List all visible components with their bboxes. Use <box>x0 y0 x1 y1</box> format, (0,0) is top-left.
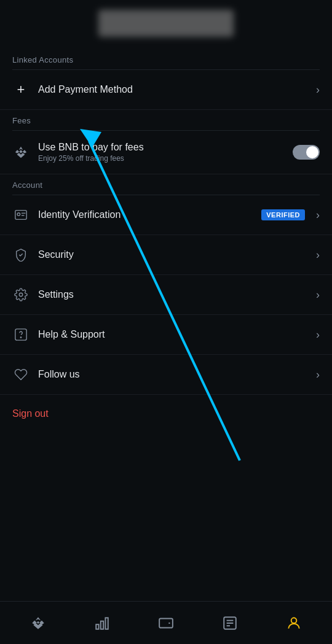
toggle-knob <box>306 146 318 158</box>
bnb-fees-title: Use BNB to pay for fees <box>38 142 293 153</box>
help-icon <box>12 326 30 343</box>
security-text: Security <box>38 249 311 260</box>
nav-wallet[interactable] <box>148 610 184 636</box>
add-payment-method-item[interactable]: + Add Payment Method › <box>0 70 332 110</box>
follow-us-item[interactable]: Follow us › <box>0 355 332 395</box>
security-icon <box>12 246 30 263</box>
svg-marker-15 <box>33 623 42 629</box>
nav-markets[interactable] <box>84 610 120 636</box>
follow-title: Follow us <box>38 369 80 379</box>
nav-home[interactable] <box>20 610 56 636</box>
svg-point-9 <box>19 293 23 297</box>
fees-label: Fees <box>0 110 332 130</box>
svg-marker-3 <box>17 153 25 158</box>
security-chevron: › <box>316 249 320 262</box>
markets-nav-icon <box>94 615 110 631</box>
wallet-nav-icon <box>158 615 174 631</box>
svg-marker-1 <box>15 150 19 153</box>
bnb-icon <box>12 144 30 161</box>
nav-profile[interactable] <box>276 610 312 636</box>
blurred-header <box>98 10 234 37</box>
orders-nav-icon <box>222 615 238 631</box>
linked-accounts-label: Linked Accounts <box>0 49 332 69</box>
account-label: Account <box>0 174 332 195</box>
follow-icon <box>12 366 30 383</box>
home-nav-icon <box>30 615 46 631</box>
bnb-fees-subtitle: Enjoy 25% off trading fees <box>38 154 293 163</box>
settings-item[interactable]: Settings › <box>0 275 332 315</box>
help-support-item[interactable]: Help & Support › <box>0 315 332 355</box>
bnb-fees-toggle[interactable] <box>293 145 320 160</box>
settings-title: Settings <box>38 289 74 300</box>
security-title: Security <box>38 249 74 260</box>
bottom-navigation <box>0 601 332 644</box>
help-title: Help & Support <box>38 329 105 339</box>
svg-rect-20 <box>159 618 173 627</box>
svg-point-11 <box>20 337 21 338</box>
help-chevron: › <box>316 328 320 341</box>
svg-rect-19 <box>105 618 108 629</box>
svg-rect-17 <box>96 624 98 629</box>
add-payment-text: Add Payment Method <box>38 84 311 95</box>
bnb-fees-text: Use BNB to pay for fees Enjoy 25% off tr… <box>38 142 293 163</box>
follow-chevron: › <box>316 368 320 381</box>
svg-marker-4 <box>19 150 23 153</box>
profile-nav-icon <box>286 615 302 631</box>
help-text: Help & Support <box>38 329 311 340</box>
verified-badge: VERIFIED <box>261 209 305 220</box>
plus-icon: + <box>12 81 30 98</box>
identity-title: Identity Verification <box>38 209 121 220</box>
settings-text: Settings <box>38 289 311 300</box>
follow-text: Follow us <box>38 369 311 380</box>
identity-chevron: › <box>316 209 320 222</box>
svg-marker-2 <box>23 150 26 153</box>
identity-text: Identity Verification <box>38 209 261 220</box>
settings-icon <box>12 286 30 303</box>
identity-icon <box>12 206 30 223</box>
chevron-icon: › <box>316 83 320 96</box>
nav-orders[interactable] <box>212 610 248 636</box>
svg-marker-12 <box>36 617 41 620</box>
svg-point-25 <box>291 618 297 623</box>
svg-rect-18 <box>101 621 103 629</box>
sign-out-label: Sign out <box>12 408 49 419</box>
bnb-fees-item[interactable]: Use BNB to pay for fees Enjoy 25% off tr… <box>0 131 332 174</box>
sign-out-button[interactable]: Sign out <box>0 395 332 433</box>
svg-marker-0 <box>19 147 23 150</box>
add-payment-title: Add Payment Method <box>38 84 133 95</box>
svg-marker-16 <box>37 621 39 623</box>
svg-point-6 <box>17 213 20 216</box>
settings-chevron: › <box>316 289 320 301</box>
security-item[interactable]: Security › <box>0 235 332 275</box>
identity-verification-item[interactable]: Identity Verification VERIFIED › <box>0 195 332 235</box>
